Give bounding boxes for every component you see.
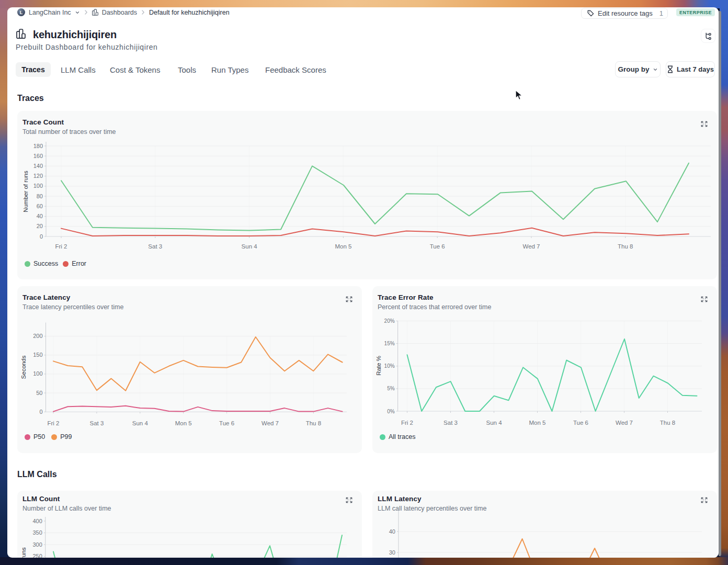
svg-text:50: 50 (36, 390, 42, 396)
svg-text:140: 140 (33, 163, 43, 169)
svg-text:Rate %: Rate % (376, 356, 382, 376)
svg-text:Wed 7: Wed 7 (616, 420, 633, 426)
svg-text:30: 30 (389, 549, 395, 556)
svg-text:40: 40 (37, 213, 43, 219)
svg-text:10%: 10% (384, 363, 395, 369)
svg-text:250: 250 (32, 553, 42, 558)
svg-text:Wed 7: Wed 7 (522, 243, 540, 250)
svg-text:5%: 5% (387, 386, 395, 391)
svg-text:Number of runs: Number of runs (22, 171, 29, 212)
svg-text:15%: 15% (384, 341, 395, 346)
svg-text:120: 120 (33, 173, 43, 179)
svg-text:Fri 2: Fri 2 (48, 420, 60, 426)
svg-text:Sun 4: Sun 4 (242, 243, 258, 250)
svg-text:0%: 0% (387, 409, 395, 414)
svg-text:300: 300 (32, 541, 42, 548)
svg-text:350: 350 (32, 529, 42, 536)
svg-text:Sat 3: Sat 3 (148, 243, 162, 250)
svg-text:Fri 2: Fri 2 (401, 420, 413, 426)
svg-text:Sun 4: Sun 4 (486, 420, 502, 426)
svg-text:Wed 7: Wed 7 (261, 420, 279, 426)
svg-text:Mon 5: Mon 5 (335, 243, 351, 250)
svg-text:Tue 6: Tue 6 (219, 420, 234, 426)
svg-text:Thu 8: Thu 8 (618, 243, 633, 250)
svg-text:Number of runs: Number of runs (20, 547, 27, 558)
svg-text:80: 80 (37, 193, 43, 199)
svg-text:20: 20 (37, 223, 43, 229)
svg-text:160: 160 (33, 153, 43, 159)
svg-text:60: 60 (37, 203, 43, 209)
svg-text:Tue 6: Tue 6 (430, 243, 445, 250)
svg-text:40: 40 (389, 528, 395, 535)
svg-text:150: 150 (33, 352, 42, 358)
svg-text:Fri 2: Fri 2 (55, 243, 67, 250)
svg-text:Sun 4: Sun 4 (132, 420, 149, 426)
svg-text:20%: 20% (384, 318, 395, 324)
svg-text:Sat 3: Sat 3 (443, 420, 458, 426)
svg-text:Tue 6: Tue 6 (573, 420, 588, 426)
svg-text:180: 180 (33, 143, 43, 149)
svg-text:100: 100 (33, 183, 43, 189)
svg-text:Mon 5: Mon 5 (175, 420, 192, 426)
svg-text:Seconds: Seconds (374, 557, 381, 558)
svg-text:Sat 3: Sat 3 (89, 420, 104, 426)
svg-text:100: 100 (33, 370, 42, 377)
svg-text:200: 200 (33, 333, 42, 339)
svg-text:Thu 8: Thu 8 (306, 420, 321, 426)
svg-text:Thu 8: Thu 8 (660, 420, 675, 426)
svg-text:Seconds: Seconds (20, 355, 27, 379)
svg-text:0: 0 (39, 409, 42, 415)
svg-text:400: 400 (32, 518, 42, 524)
svg-text:0: 0 (40, 233, 43, 240)
svg-text:Mon 5: Mon 5 (529, 420, 546, 426)
